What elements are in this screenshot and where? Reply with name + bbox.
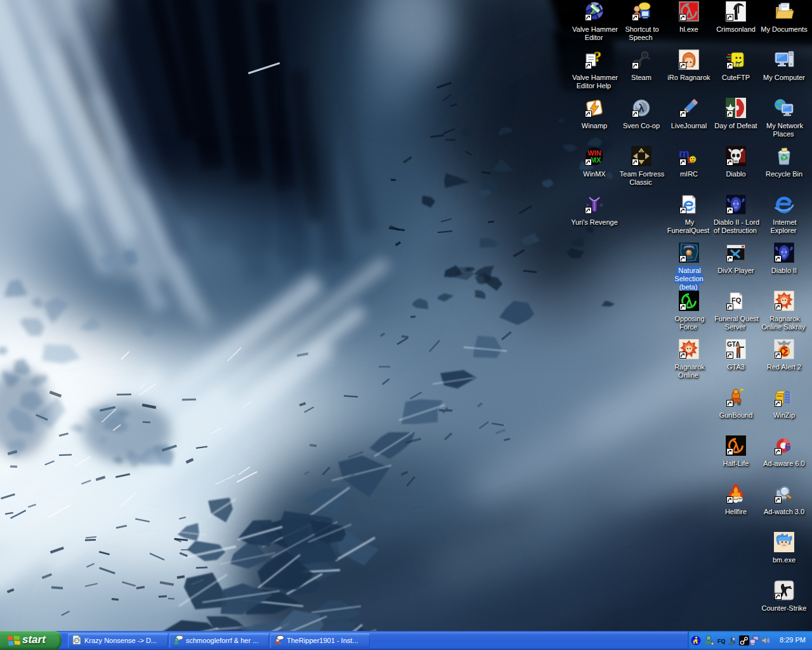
svg-text:?: ? [594, 50, 601, 65]
svg-text:6: 6 [785, 442, 790, 453]
svg-text:FQ: FQ [731, 296, 742, 304]
svg-text:FQ: FQ [717, 638, 726, 644]
svg-text:77: 77 [735, 62, 740, 67]
svg-text:MX: MX [591, 156, 601, 164]
